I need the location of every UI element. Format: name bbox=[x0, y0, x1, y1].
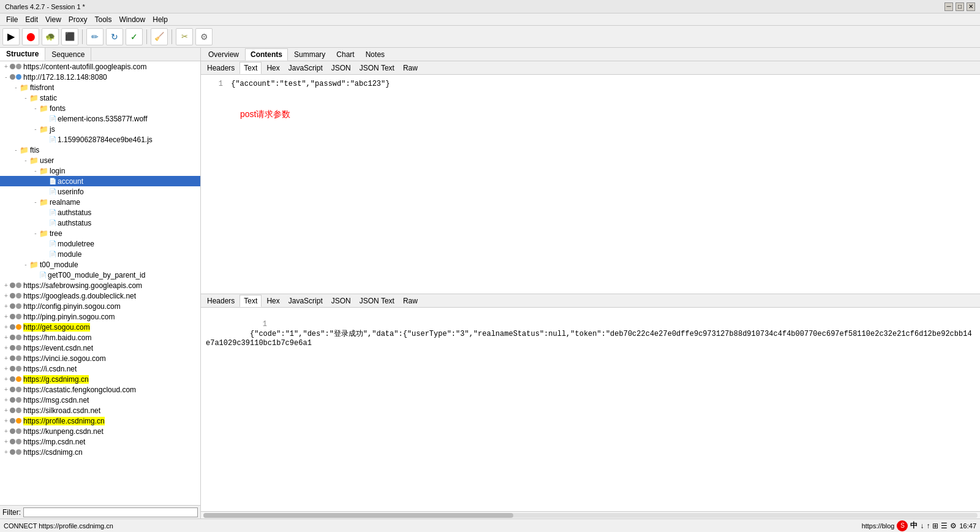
tree-item[interactable]: -http://172.18.12.148:8080 bbox=[0, 72, 200, 82]
tree-item[interactable]: +http://get.sogou.com bbox=[0, 322, 200, 332]
tree-expand-icon[interactable]: + bbox=[2, 292, 10, 299]
tree-expand-icon[interactable]: + bbox=[2, 63, 10, 70]
menu-edit[interactable]: Edit bbox=[21, 14, 42, 25]
tree-item[interactable]: +https://castatic.fengkongcloud.com bbox=[0, 384, 200, 395]
tools-button[interactable]: ✂ bbox=[176, 28, 193, 45]
tree-expand-icon[interactable]: + bbox=[2, 438, 10, 445]
tree-item[interactable]: 📄getT00_module_by_parent_id bbox=[0, 270, 200, 280]
tree-expand-icon[interactable]: + bbox=[2, 355, 10, 362]
tree-item[interactable]: 📄element-icons.535877f.woff bbox=[0, 113, 200, 124]
tree-item[interactable]: -📁static bbox=[0, 93, 200, 103]
menu-file[interactable]: File bbox=[2, 14, 21, 25]
tree-item[interactable]: +https://googleads.g.doubleclick.net bbox=[0, 291, 200, 301]
tab-overview[interactable]: Overview bbox=[203, 49, 244, 60]
tree-expand-icon[interactable]: + bbox=[2, 449, 10, 455]
req-tab-hex[interactable]: Hex bbox=[263, 63, 283, 74]
tree-item[interactable]: -📁realname bbox=[0, 197, 200, 207]
tree-item[interactable]: -📁tree bbox=[0, 228, 200, 238]
tab-notes[interactable]: Notes bbox=[361, 49, 390, 60]
tree-expand-icon[interactable]: + bbox=[2, 303, 10, 310]
tab-structure[interactable]: Structure bbox=[0, 48, 45, 61]
menu-view[interactable]: View bbox=[42, 14, 65, 25]
tree-expand-icon[interactable]: - bbox=[32, 199, 39, 205]
tree-expand-icon[interactable]: - bbox=[32, 105, 39, 112]
tree-item[interactable]: +https://kunpeng.csdn.net bbox=[0, 426, 200, 436]
breakpoints-button[interactable]: ⬛ bbox=[61, 28, 78, 45]
scrollbar-thumb[interactable] bbox=[203, 513, 513, 518]
tree-item[interactable]: -📁user bbox=[0, 155, 200, 165]
req-tab-json[interactable]: JSON bbox=[328, 63, 355, 74]
res-tab-jsontext[interactable]: JSON Text bbox=[356, 295, 398, 306]
tree-expand-icon[interactable]: + bbox=[2, 397, 10, 403]
tree-item[interactable]: 📄account bbox=[0, 176, 200, 186]
tree-expand-icon[interactable]: - bbox=[12, 84, 20, 91]
close-button[interactable]: ✕ bbox=[967, 2, 975, 11]
tab-contents[interactable]: Contents bbox=[245, 48, 288, 61]
res-tab-hex[interactable]: Hex bbox=[263, 295, 283, 306]
req-tab-headers[interactable]: Headers bbox=[203, 63, 238, 74]
menu-help[interactable]: Help bbox=[149, 14, 172, 25]
tree-item[interactable]: -📁ftisfront bbox=[0, 82, 200, 93]
tree-item[interactable]: +https://mp.csdn.net bbox=[0, 436, 200, 447]
filter-input[interactable] bbox=[23, 507, 198, 517]
menu-window[interactable]: Window bbox=[116, 14, 149, 25]
tree-expand-icon[interactable]: - bbox=[22, 94, 29, 101]
tree-item[interactable]: 📄authstatus bbox=[0, 207, 200, 218]
tree-item[interactable]: 📄authstatus bbox=[0, 218, 200, 228]
menu-proxy[interactable]: Proxy bbox=[65, 14, 91, 25]
tree-item[interactable]: 📄userinfo bbox=[0, 186, 200, 197]
tree-expand-icon[interactable]: - bbox=[32, 167, 39, 174]
tree-item[interactable]: +http://ping.pinyin.sogou.com bbox=[0, 311, 200, 322]
tree-expand-icon[interactable]: + bbox=[2, 334, 10, 341]
res-tab-raw[interactable]: Raw bbox=[399, 295, 421, 306]
tab-chart[interactable]: Chart bbox=[331, 49, 359, 60]
tree-expand-icon[interactable]: + bbox=[2, 428, 10, 435]
minimize-button[interactable]: ─ bbox=[944, 2, 953, 11]
tree-expand-icon[interactable]: - bbox=[2, 74, 10, 80]
tree-item[interactable]: +https://hm.baidu.com bbox=[0, 332, 200, 343]
validate-button[interactable]: ✓ bbox=[126, 28, 143, 45]
req-tab-text[interactable]: Text bbox=[239, 62, 262, 74]
tree-item[interactable]: +https://profile.csdnimg.cn bbox=[0, 416, 200, 426]
tree-item[interactable]: +https://content-autofill.googleapis.com bbox=[0, 61, 200, 72]
tree-expand-icon[interactable]: + bbox=[2, 324, 10, 330]
tree-item[interactable]: 📄module bbox=[0, 249, 200, 259]
tree-item[interactable]: -📁login bbox=[0, 165, 200, 176]
tree-item[interactable]: +https://event.csdn.net bbox=[0, 343, 200, 353]
tree-item[interactable]: +https://csdnimg.cn bbox=[0, 447, 200, 457]
tree-item[interactable]: -📁t00_module bbox=[0, 259, 200, 270]
throttle-button[interactable]: 🐢 bbox=[42, 28, 59, 45]
menu-tools[interactable]: Tools bbox=[91, 14, 116, 25]
tree-expand-icon[interactable]: - bbox=[12, 146, 20, 153]
res-tab-headers[interactable]: Headers bbox=[203, 295, 238, 306]
req-tab-javascript[interactable]: JavaScript bbox=[285, 63, 326, 74]
tree-expand-icon[interactable]: + bbox=[2, 282, 10, 289]
tree-expand-icon[interactable]: - bbox=[22, 261, 29, 268]
req-tab-jsontext[interactable]: JSON Text bbox=[356, 63, 398, 74]
tab-sequence[interactable]: Sequence bbox=[45, 48, 91, 61]
tree-item[interactable]: -📁js bbox=[0, 124, 200, 134]
tree-item[interactable]: -📁fonts bbox=[0, 103, 200, 113]
tree-item[interactable]: +https://i.csdn.net bbox=[0, 363, 200, 374]
horizontal-scrollbar[interactable] bbox=[201, 511, 980, 519]
maximize-button[interactable]: □ bbox=[956, 2, 964, 11]
stop-button[interactable]: ⬤ bbox=[22, 28, 39, 45]
tree-item[interactable]: -📁ftis bbox=[0, 145, 200, 155]
tree-expand-icon[interactable]: + bbox=[2, 344, 10, 351]
tree-expand-icon[interactable]: + bbox=[2, 407, 10, 414]
tree-item[interactable]: 📄moduletree bbox=[0, 238, 200, 249]
edit-button[interactable]: ✏ bbox=[86, 28, 104, 45]
clear-button[interactable]: 🧹 bbox=[151, 28, 168, 45]
res-tab-json[interactable]: JSON bbox=[328, 295, 355, 306]
tree-item[interactable]: 📄1.15990628784ece9be461.js bbox=[0, 134, 200, 145]
tree-item[interactable]: +https://msg.csdn.net bbox=[0, 395, 200, 405]
req-tab-raw[interactable]: Raw bbox=[399, 63, 421, 74]
tab-summary[interactable]: Summary bbox=[289, 49, 330, 60]
tree-expand-icon[interactable]: - bbox=[22, 157, 29, 164]
tree-expand-icon[interactable]: + bbox=[2, 365, 10, 372]
tree-expand-icon[interactable]: - bbox=[32, 126, 39, 132]
tree-item[interactable]: +https://g.csdnimg.cn bbox=[0, 374, 200, 384]
tree-item[interactable]: +http://config.pinyin.sogou.com bbox=[0, 301, 200, 311]
tree-item[interactable]: +https://vinci.ie.sogou.com bbox=[0, 353, 200, 363]
tree-expand-icon[interactable]: + bbox=[2, 417, 10, 424]
